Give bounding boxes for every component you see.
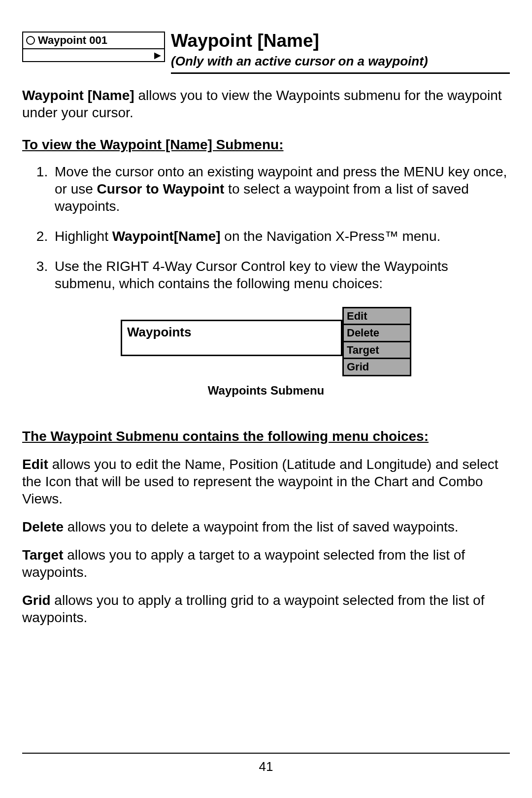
step-2a: Highlight	[55, 229, 112, 244]
steps-list: Move the cursor onto an existing waypoin…	[52, 163, 510, 292]
page-number: 41	[0, 759, 532, 775]
title-block: Waypoint [Name] (Only with an active cur…	[171, 30, 510, 74]
submenu-item-grid: Grid	[342, 358, 411, 376]
steps-heading: To view the Waypoint [Name] Submenu:	[22, 136, 510, 153]
intro-paragraph: Waypoint [Name] allows you to view the W…	[22, 87, 510, 121]
submenu-arrow-icon: ▶	[154, 51, 161, 60]
step-3: Use the RIGHT 4-Way Cursor Control key t…	[52, 258, 510, 292]
def-grid: Grid allows you to apply a trolling grid…	[22, 592, 510, 626]
submenu-item-target: Target	[342, 341, 411, 358]
menu-item-label: Waypoint 001	[38, 33, 107, 47]
def-target-lead: Target	[22, 547, 64, 563]
submenu-item-edit: Edit	[342, 307, 411, 324]
submenu-item-delete: Delete	[342, 324, 411, 341]
def-target: Target allows you to apply a target to a…	[22, 546, 510, 581]
menu-item-illustration: Waypoint 001 ▶	[22, 32, 165, 62]
submenu-caption: Waypoints Submenu	[121, 383, 411, 398]
intro-lead: Waypoint [Name]	[22, 88, 134, 103]
def-edit-rest: allows you to edit the Name, Position (L…	[22, 457, 499, 506]
submenu-left-label: Waypoints	[121, 320, 342, 357]
footer-rule	[22, 753, 510, 754]
page: Waypoint 001 ▶ Waypoint [Name] (Only wit…	[0, 0, 532, 798]
menu-item-label-row: Waypoint 001	[23, 33, 164, 49]
def-delete: Delete allows you to delete a waypoint f…	[22, 518, 510, 535]
step-2c: on the Navigation X-Press™ menu.	[221, 229, 441, 244]
defs-heading: The Waypoint Submenu contains the follow…	[22, 428, 510, 445]
def-edit-lead: Edit	[22, 457, 48, 472]
waypoint-circle-icon	[26, 36, 35, 45]
page-title: Waypoint [Name]	[171, 30, 510, 52]
step-2b: Waypoint[Name]	[112, 229, 221, 244]
definitions: Edit allows you to edit the Name, Positi…	[22, 456, 510, 626]
def-target-rest: allows you to apply a target to a waypoi…	[22, 547, 465, 580]
header-row: Waypoint 001 ▶ Waypoint [Name] (Only wit…	[22, 30, 510, 74]
step-1: Move the cursor onto an existing waypoin…	[52, 163, 510, 215]
submenu-items-list: Edit Delete Target Grid	[342, 307, 411, 376]
step-1b: Cursor to Waypoint	[97, 181, 225, 197]
step-2: Highlight Waypoint[Name] on the Navigati…	[52, 228, 510, 245]
def-grid-lead: Grid	[22, 593, 51, 608]
def-delete-rest: allows you to delete a waypoint from the…	[64, 519, 459, 534]
page-subtitle: (Only with an active cursor on a waypoin…	[171, 53, 510, 74]
submenu-figure: Waypoints Edit Delete Target Grid Waypoi…	[121, 307, 411, 398]
def-grid-rest: allows you to apply a trolling grid to a…	[22, 593, 484, 625]
def-delete-lead: Delete	[22, 519, 64, 534]
def-edit: Edit allows you to edit the Name, Positi…	[22, 456, 510, 507]
step-3-text: Use the RIGHT 4-Way Cursor Control key t…	[55, 259, 448, 291]
